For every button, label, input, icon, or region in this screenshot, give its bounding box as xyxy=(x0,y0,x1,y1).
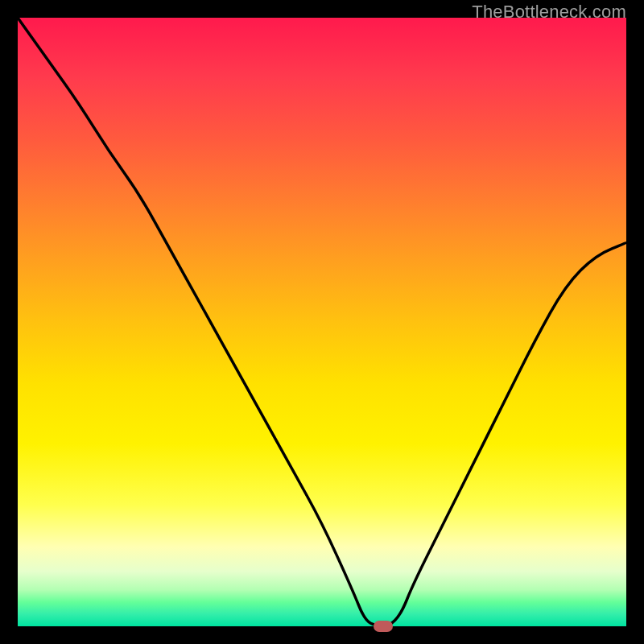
optimal-point-marker xyxy=(374,621,393,632)
chart-frame: TheBottleneck.com xyxy=(0,0,644,644)
bottleneck-curve xyxy=(18,18,626,626)
plot-area xyxy=(18,18,626,626)
